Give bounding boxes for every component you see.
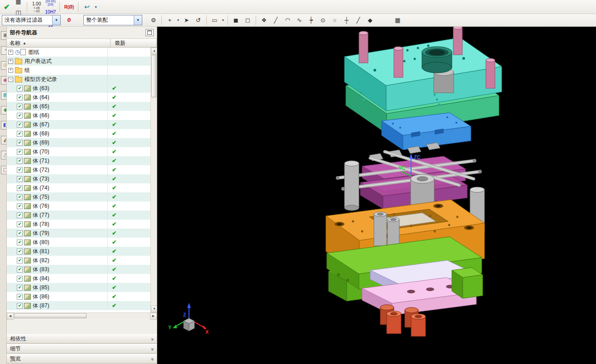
checkbox-checked-icon[interactable]: ✔ <box>17 176 23 182</box>
tree-row-body[interactable]: ✔ 体 (80) ✔ <box>7 238 150 247</box>
scroll-up-button[interactable]: ▲ <box>151 48 157 54</box>
circle-snap-icon[interactable]: ○ <box>329 15 340 26</box>
right-spacer-block[interactable] <box>452 268 483 298</box>
tolerance-style-button-3[interactable]: 1.00+.05 −.02 <box>30 0 43 14</box>
tree-row-body[interactable]: ✔ 体 (85) ✔ <box>7 283 150 292</box>
checkbox-checked-icon[interactable]: ✔ <box>17 104 23 110</box>
checkbox-checked-icon[interactable]: ✔ <box>17 239 23 245</box>
tree-row-body[interactable]: ✔ 体 (87) ✔ <box>7 301 150 310</box>
spline-snap-icon[interactable]: ∿ <box>294 15 305 26</box>
tree-row-body[interactable]: ✔ 体 (65) ✔ <box>7 102 150 111</box>
undo-dropdown[interactable]: ▾ <box>93 5 98 9</box>
expander-icon[interactable]: + <box>8 59 13 64</box>
point-dialog-icon[interactable]: ◆ <box>364 15 376 26</box>
checkbox-checked-icon[interactable]: ✔ <box>17 203 23 209</box>
tree-row-body[interactable]: ✔ 体 (70) ✔ <box>7 147 150 156</box>
checkbox-checked-icon[interactable]: ✔ <box>17 285 23 291</box>
checkbox-checked-icon[interactable]: ✔ <box>17 158 23 164</box>
checkbox-checked-icon[interactable]: ✔ <box>17 303 23 309</box>
tree-row-body[interactable]: ✔ 体 (69) ✔ <box>7 138 150 147</box>
checkbox-checked-icon[interactable]: ✔ <box>17 185 23 191</box>
checkbox-checked-icon[interactable]: ✔ <box>17 122 23 128</box>
graphics-window[interactable]: ZC YC Z X Y <box>157 27 596 364</box>
horizontal-scroll-track[interactable] <box>14 313 150 319</box>
tree-row-body[interactable]: ✔ 体 (86) ✔ <box>7 292 150 301</box>
rectangle-select-icon[interactable]: ▭ <box>209 15 220 26</box>
tree-row-body[interactable]: ✔ 体 (79) ✔ <box>7 229 150 238</box>
checkbox-checked-icon[interactable]: ✔ <box>17 167 23 173</box>
window-icon[interactable]: ▢ <box>1 166 7 174</box>
axis-snap-icon[interactable]: ┾ <box>305 15 317 26</box>
undo-button[interactable]: ↩ <box>81 1 92 12</box>
expander-icon[interactable]: + <box>8 50 13 55</box>
column-header-status[interactable]: 最新 <box>111 39 157 47</box>
column-header-name[interactable]: 名称 ▲ <box>7 39 111 47</box>
checkbox-checked-icon[interactable]: ✔ <box>17 294 23 300</box>
ok-check-icon[interactable]: ✔ <box>2 3 12 11</box>
tree-node[interactable]: + 组 <box>7 66 150 75</box>
constraint-icon[interactable]: ◉ <box>1 76 7 85</box>
checkbox-checked-icon[interactable]: ✔ <box>17 221 23 227</box>
datum-plane-icon[interactable]: ▦ <box>13 0 24 7</box>
checkbox-checked-icon[interactable]: ✔ <box>17 194 23 200</box>
chevron-down-icon[interactable]: ▼ <box>52 15 60 25</box>
line-snap-icon[interactable]: ╱ <box>270 15 281 26</box>
checkbox-checked-icon[interactable]: ✔ <box>17 258 23 263</box>
assembly-icon[interactable]: ◆ <box>1 106 7 115</box>
tree-row-body[interactable]: ✔ 体 (64) ✔ <box>7 93 150 102</box>
history-panel-icon[interactable]: ◔ <box>1 46 7 55</box>
layer-icon[interactable]: ▦ <box>1 91 7 100</box>
section-dependencies[interactable]: 相依性 » <box>7 334 157 344</box>
vertical-scroll-thumb[interactable] <box>151 55 156 97</box>
tree-row-body[interactable]: ✔ 体 (82) ✔ <box>7 256 150 265</box>
tree-row-body[interactable]: ✔ 体 (63) ✔ <box>7 84 150 93</box>
tree-row-body[interactable]: ✔ 体 (78) ✔ <box>7 220 150 229</box>
selection-scope-combo[interactable]: 整个装配 ▼ <box>83 15 142 25</box>
expander-icon[interactable]: − <box>8 77 13 82</box>
fit-tolerance-button-1[interactable]: 10H7(10.01) (10) <box>44 0 57 7</box>
shaded-view-icon[interactable]: ◼ <box>230 15 242 26</box>
center-snap-icon[interactable]: ⊙ <box>317 15 329 26</box>
checkbox-checked-icon[interactable]: ✔ <box>17 267 23 273</box>
tree-node[interactable]: + 用户表达式 <box>7 57 150 66</box>
checkbox-checked-icon[interactable]: ✔ <box>17 249 23 254</box>
chevron-down-icon[interactable]: ▼ <box>134 15 142 25</box>
tree-row-body[interactable]: ✔ 体 (74) ✔ <box>7 183 150 192</box>
checkbox-checked-icon[interactable]: ✔ <box>17 131 23 137</box>
tree-row-body[interactable]: ✔ 体 (68) ✔ <box>7 129 150 138</box>
tree-row-body[interactable]: ✔ 体 (72) ✔ <box>7 165 150 174</box>
3d-viewport[interactable]: ZC YC Z X Y <box>157 27 596 364</box>
grid-icon[interactable]: ▦ <box>392 15 403 26</box>
tree-row-body[interactable]: ✔ 体 (71) ✔ <box>7 156 150 165</box>
move-object-icon[interactable]: ➤ <box>181 15 192 26</box>
tree-row-body[interactable]: ✔ 体 (67) ✔ <box>7 120 150 129</box>
tree-node[interactable]: − 模型历史记录 <box>7 75 150 84</box>
add-selection-icon[interactable]: + <box>164 15 175 26</box>
checkbox-checked-icon[interactable]: ✔ <box>17 149 23 155</box>
horizontal-scroll-thumb[interactable] <box>14 313 87 318</box>
tree-row-body[interactable]: ✔ 体 (66) ✔ <box>7 111 150 120</box>
panel-window-button[interactable] <box>145 29 154 36</box>
view-panel-icon[interactable]: ◧ <box>1 121 7 129</box>
selection-filter-combo[interactable]: 没有选择过滤器 ▼ <box>2 15 61 25</box>
analysis-icon[interactable]: △ <box>1 151 7 159</box>
tree-row-body[interactable]: ✔ 体 (73) ✔ <box>7 174 150 183</box>
reposition-icon[interactable]: ↺ <box>193 15 204 26</box>
expander-icon[interactable]: + <box>8 68 13 73</box>
tree-row-body[interactable]: ✔ 体 (81) ✔ <box>7 247 150 256</box>
chevron-down-icon[interactable]: ▾ <box>176 18 180 22</box>
checkbox-checked-icon[interactable]: ✔ <box>17 212 23 218</box>
tree-row-body[interactable]: ✔ 体 (83) ✔ <box>7 265 150 274</box>
snap-settings-icon[interactable]: ⚙ <box>148 15 159 26</box>
checkbox-checked-icon[interactable]: ✔ <box>17 140 23 146</box>
wireframe-view-icon[interactable]: ◻ <box>242 15 253 26</box>
role-icon[interactable]: ▣ <box>1 31 7 40</box>
tool-palette-icon[interactable]: ◎ <box>1 61 7 70</box>
angled-line-snap-icon[interactable]: ╱ <box>353 15 364 26</box>
tree-node[interactable]: + ◷ 图纸 <box>7 48 150 57</box>
checkbox-checked-icon[interactable]: ✔ <box>17 95 23 101</box>
tree-row-body[interactable]: ✔ 体 (75) ✔ <box>7 192 150 201</box>
tree-row-body[interactable]: ✔ 体 (84) ✔ <box>7 274 150 283</box>
section-preview[interactable]: 预览 » <box>7 354 157 364</box>
tree-row-body[interactable]: ✔ 体 (76) ✔ <box>7 201 150 211</box>
